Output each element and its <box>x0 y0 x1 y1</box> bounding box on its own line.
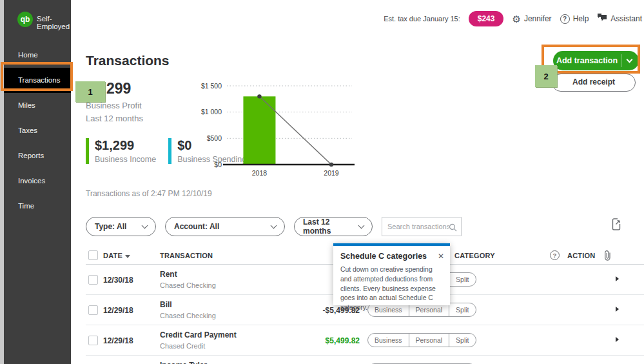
toggle-split[interactable]: Split <box>449 334 475 347</box>
column-header-action: ACTION <box>567 252 595 259</box>
transaction-amount: $5,499.82 <box>295 336 360 345</box>
sidebar-item-taxes[interactable]: Taxes <box>4 118 71 143</box>
daterange-filter-label: Last 12 months <box>303 217 359 236</box>
assistant-menu[interactable]: Assistant <box>597 13 642 25</box>
chevron-down-icon <box>627 57 633 63</box>
profit-chart: $0$500$1 000$1 50020182019 <box>193 74 361 184</box>
sidebar-item-invoices[interactable]: Invoices <box>4 168 71 194</box>
est-tax-amount-pill[interactable]: $243 <box>469 11 504 26</box>
export-icon[interactable] <box>610 217 624 234</box>
transaction-account: Chased Credit <box>160 342 205 350</box>
column-header-category: CATEGORY <box>454 252 495 259</box>
add-transaction-label: Add transaction <box>553 56 621 65</box>
daterange-filter-dropdown[interactable]: Last 12 months <box>294 217 373 236</box>
transactions-asof-text: Transactions as of 2:47 PM 12/10/19 <box>86 189 212 198</box>
help-label: Help <box>573 14 589 23</box>
row-checkbox[interactable] <box>88 275 98 285</box>
paperclip-icon <box>603 250 612 264</box>
help-icon: ? <box>560 14 570 24</box>
svg-text:2018: 2018 <box>252 169 268 177</box>
page-title: Transactions <box>86 53 170 68</box>
est-tax-label: Est. tax due January 15: <box>384 15 460 23</box>
category-help-icon[interactable]: ? <box>550 250 560 260</box>
table-row[interactable]: 12/29/18Credit Card PaymentChased Credit… <box>86 325 644 356</box>
brand: qb Self-Employed <box>4 10 71 32</box>
user-menu[interactable]: ⚙ Jennifer <box>512 14 551 24</box>
transaction-account: Chased Checking <box>160 281 216 289</box>
table-row[interactable]: Income TylerBusinessPersonalSplit <box>86 356 644 364</box>
chevron-down-icon <box>271 222 277 228</box>
sidebar-item-time[interactable]: Time <box>4 194 71 219</box>
toggle-personal[interactable]: Personal <box>409 334 449 347</box>
search-transactions-box <box>382 217 462 236</box>
sort-desc-icon <box>125 255 130 258</box>
svg-text:$1 500: $1 500 <box>201 82 222 90</box>
toggle-split[interactable]: Split <box>449 303 475 316</box>
transaction-account: Chased Checking <box>160 312 216 319</box>
account-filter-dropdown[interactable]: Account: All <box>165 217 285 236</box>
annotation-badge-1: 1 <box>75 81 105 102</box>
transaction-name: Bill <box>160 300 172 309</box>
transaction-date: 12/29/18 <box>103 336 133 345</box>
assistant-icon <box>597 13 607 25</box>
app-window: qb Self-Employed HomeTransactionsMilesTa… <box>0 0 644 364</box>
type-filter-label: Type: All <box>95 222 126 231</box>
svg-text:$1 000: $1 000 <box>201 108 222 116</box>
topbar: Est. tax due January 15: $243 ⚙ Jennifer… <box>384 9 642 28</box>
account-filter-label: Account: All <box>174 222 219 231</box>
business-profit-label: Business Profit <box>86 101 142 110</box>
assistant-label: Assistant <box>610 14 642 23</box>
sidebar-nav: HomeTransactionsMilesTaxesReportsInvoice… <box>4 43 71 219</box>
filters-row: Type: All Account: All Last 12 months <box>86 217 462 236</box>
close-icon[interactable]: ✕ <box>438 252 444 261</box>
sidebar-item-miles[interactable]: Miles <box>4 93 71 118</box>
quickbooks-logo-icon: qb <box>17 12 33 27</box>
sidebar-item-reports[interactable]: Reports <box>4 143 71 168</box>
transaction-date: 12/29/18 <box>103 306 133 315</box>
column-header-date[interactable]: DATE <box>103 252 130 259</box>
transaction-name: Credit Card Payment <box>160 330 237 339</box>
svg-text:2019: 2019 <box>324 169 339 177</box>
profit-chart-svg: $0$500$1 000$1 50020182019 <box>193 74 361 184</box>
row-expand-icon[interactable] <box>616 276 619 281</box>
stat-label: Business Income <box>95 155 156 164</box>
annotation-badge-2: 2 <box>535 65 557 87</box>
column-header-transaction: TRANSACTION <box>160 252 213 259</box>
chevron-down-icon <box>142 222 148 228</box>
row-expand-icon[interactable] <box>616 337 619 342</box>
search-input[interactable] <box>387 218 449 235</box>
popup-title: Schedule C categories <box>340 252 443 261</box>
svg-text:$500: $500 <box>207 134 222 142</box>
add-transaction-button[interactable]: Add transaction <box>553 51 639 70</box>
type-filter-dropdown[interactable]: Type: All <box>86 217 156 236</box>
help-menu[interactable]: ? Help <box>560 14 589 24</box>
transaction-name: Rent <box>160 270 177 279</box>
svg-text:$0: $0 <box>214 161 222 168</box>
add-receipt-button[interactable]: Add receipt <box>552 74 636 92</box>
row-checkbox[interactable] <box>88 305 98 315</box>
transaction-name: Income Tyler <box>160 361 207 364</box>
toggle-business[interactable]: Business <box>368 334 409 347</box>
category-toggle: BusinessPersonalSplit <box>367 333 476 347</box>
row-expand-icon[interactable] <box>616 307 619 312</box>
user-name: Jennifer <box>524 14 552 23</box>
select-all-checkbox[interactable] <box>88 250 98 260</box>
gear-icon: ⚙ <box>512 14 520 24</box>
transaction-date: 12/30/18 <box>103 276 133 285</box>
button-divider <box>621 54 621 67</box>
sidebar: qb Self-Employed HomeTransactionsMilesTa… <box>4 0 71 364</box>
sidebar-item-transactions[interactable]: Transactions <box>4 68 71 93</box>
sidebar-item-home[interactable]: Home <box>4 43 71 68</box>
brand-name: Self-Employed <box>37 15 71 30</box>
chevron-down-icon <box>358 222 365 228</box>
schedule-c-popup: Schedule C categories ✕ Cut down on crea… <box>333 243 450 305</box>
stat-amount: $1,299 <box>95 138 156 153</box>
search-icon <box>449 223 457 234</box>
row-checkbox[interactable] <box>88 336 98 345</box>
toggle-split[interactable]: Split <box>449 273 475 286</box>
business-profit-period: Last 12 months <box>86 114 143 123</box>
popup-body: Cut down on creative spending and attemp… <box>340 265 443 313</box>
date-header-label: DATE <box>103 252 122 259</box>
stat-block-0: $1,299Business Income <box>86 138 156 164</box>
